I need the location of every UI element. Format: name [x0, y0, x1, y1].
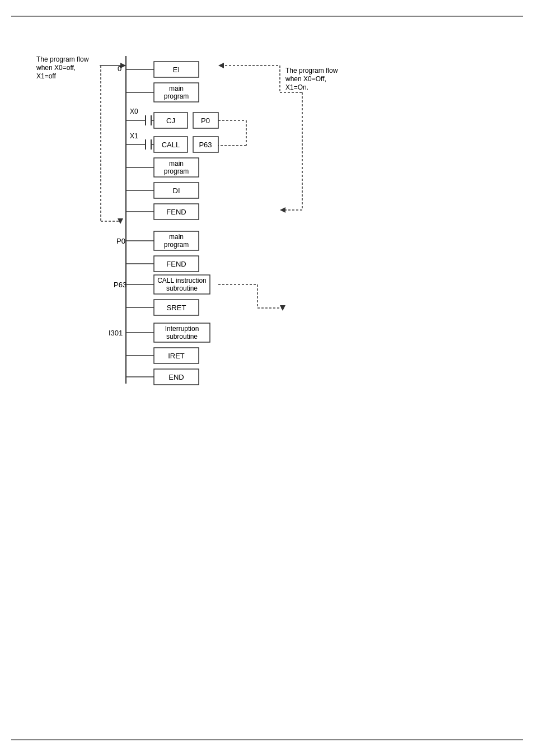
svg-text:P0: P0: [116, 237, 125, 245]
svg-text:main: main: [169, 85, 184, 92]
svg-marker-76: [218, 63, 224, 68]
svg-text:0: 0: [118, 64, 121, 73]
svg-text:when X0=off,: when X0=off,: [36, 64, 76, 72]
svg-text:The program flow: The program flow: [285, 67, 338, 74]
svg-text:when X0=Off,: when X0=Off,: [285, 75, 326, 83]
svg-text:subroutine: subroutine: [166, 333, 198, 340]
bottom-border: [11, 739, 523, 740]
svg-text:X0: X0: [130, 108, 138, 115]
svg-text:CALL: CALL: [162, 141, 180, 149]
svg-text:P0: P0: [201, 116, 210, 125]
svg-text:X1: X1: [130, 132, 138, 140]
svg-text:X1=On.: X1=On.: [285, 83, 308, 91]
svg-text:CALL instruction: CALL instruction: [157, 277, 207, 284]
svg-text:FEND: FEND: [166, 260, 186, 268]
svg-text:program: program: [164, 92, 189, 100]
svg-text:main: main: [169, 233, 184, 241]
svg-text:X1=off: X1=off: [36, 72, 56, 80]
svg-text:IRET: IRET: [168, 352, 185, 360]
svg-text:P63: P63: [114, 281, 127, 289]
svg-text:program: program: [164, 167, 189, 175]
svg-text:END: END: [168, 373, 184, 381]
svg-text:main: main: [169, 160, 184, 167]
svg-marker-85: [280, 305, 285, 311]
svg-text:subroutine: subroutine: [166, 284, 198, 292]
svg-text:CJ: CJ: [166, 116, 175, 125]
svg-text:Interruption: Interruption: [165, 325, 199, 333]
svg-text:SRET: SRET: [167, 304, 186, 312]
svg-text:I301: I301: [109, 329, 123, 337]
ladder-diagram: The program flow when X0=off, X1=off 0 E…: [34, 31, 414, 412]
svg-marker-81: [280, 207, 285, 213]
svg-text:FEND: FEND: [166, 208, 186, 216]
svg-text:P63: P63: [199, 141, 212, 149]
top-border: [11, 16, 523, 17]
svg-text:DI: DI: [173, 186, 180, 195]
svg-text:EI: EI: [173, 66, 180, 74]
svg-text:program: program: [164, 241, 189, 249]
svg-text:The program flow: The program flow: [36, 55, 89, 63]
